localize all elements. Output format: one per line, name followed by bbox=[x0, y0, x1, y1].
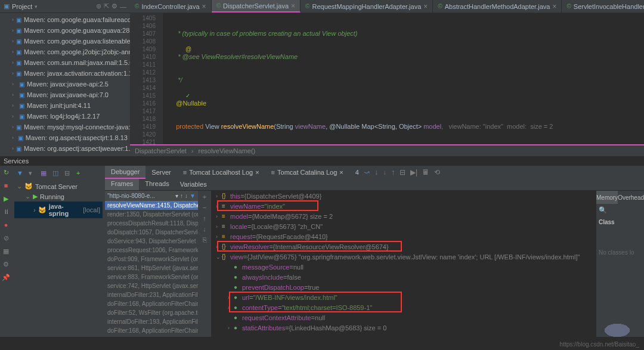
tree-running[interactable]: ⌄ ▶ Running bbox=[14, 191, 103, 202]
tab-overhead[interactable]: Overhead bbox=[618, 191, 644, 204]
stack-frame[interactable]: doService:943, DispatcherServlet (org bbox=[105, 237, 198, 246]
target-icon[interactable]: ⊚ bbox=[96, 2, 101, 10]
tree-item[interactable]: ›▣Maven: log4j:log4j:1.2.17 bbox=[0, 111, 130, 122]
variable-row[interactable]: ● preventDispatchLoop = true bbox=[211, 282, 596, 292]
add-icon[interactable]: + bbox=[76, 169, 85, 178]
editor-tab[interactable]: ©ServletInvocableHandlerMethod.java× bbox=[562, 0, 644, 13]
trace-icon[interactable]: ⟲ bbox=[434, 168, 440, 176]
line-number[interactable]: 1414 bbox=[130, 84, 156, 92]
close-icon[interactable]: × bbox=[339, 169, 343, 176]
breadcrumb[interactable]: DispatcherServlet › resolveViewName() bbox=[130, 145, 644, 156]
up-icon[interactable]: ↑ bbox=[203, 215, 206, 222]
line-number[interactable]: 1417 bbox=[130, 107, 156, 115]
line-number[interactable]: 1420 bbox=[130, 131, 156, 138]
settings-icon[interactable]: ⚙ bbox=[2, 260, 10, 268]
tree-item[interactable]: ›▣Maven: junit:junit:4.11 bbox=[0, 100, 130, 111]
stack-frame[interactable]: processRequest:1006, FrameworkServ bbox=[105, 246, 198, 255]
subtab-threads[interactable]: Threads bbox=[139, 179, 175, 190]
prev-icon[interactable]: ↑ bbox=[180, 193, 183, 199]
remove-watch-icon[interactable]: − bbox=[203, 204, 206, 211]
view-breakpoints-icon[interactable]: ● bbox=[2, 221, 10, 229]
tree-item[interactable]: ›▣Maven: com.google.guava:failureaccess:… bbox=[0, 14, 130, 25]
tree-item[interactable]: ›▣Maven: com.google.guava:listenablefutu… bbox=[0, 36, 130, 47]
stack-frame[interactable]: render:1350, DispatcherServlet (org.s bbox=[105, 210, 198, 219]
stack-frame[interactable]: service:742, HttpServlet (javax.servlet.… bbox=[105, 281, 198, 290]
stack-frame[interactable]: internalDoFilter:231, ApplicationFilterC… bbox=[105, 290, 198, 299]
thread-selector[interactable]: "http-nio-8080-e... ▾ ↑ ↓ ▼ bbox=[105, 191, 198, 201]
filter-icon[interactable]: ▼ bbox=[190, 193, 196, 199]
frames-list[interactable]: resolveViewName:1415, DispatcherSerrende… bbox=[105, 201, 198, 337]
line-number[interactable]: 1410 bbox=[130, 53, 156, 61]
tree-tomcat[interactable]: ⌄ 🐱 Tomcat Server bbox=[14, 181, 103, 191]
breadcrumb-class[interactable]: DispatcherServlet bbox=[135, 147, 187, 154]
tree-item[interactable]: ›▣Maven: mysql:mysql-connector-java:5.1.… bbox=[0, 122, 130, 132]
project-tree[interactable]: ›▣Maven: com.google.guava:failureaccess:… bbox=[0, 13, 130, 156]
variable-row[interactable]: ›≡ model = {ModelMap@5672} size = 2 bbox=[211, 211, 596, 221]
variable-row[interactable]: ›● staticAttributes = {LinkedHashMap@568… bbox=[211, 323, 596, 333]
down-icon[interactable]: ↓ bbox=[203, 225, 206, 233]
breadcrumb-method[interactable]: resolveViewName() bbox=[199, 147, 256, 154]
line-number[interactable]: 1411 bbox=[130, 61, 156, 69]
force-step-icon[interactable]: ↓ bbox=[383, 168, 386, 176]
variable-row[interactable]: ● messageSource = null bbox=[211, 262, 596, 272]
hide-icon[interactable]: — bbox=[120, 3, 126, 10]
stack-frame[interactable]: doFilterInternal:201, CharacterEncoding bbox=[105, 335, 198, 337]
variable-row[interactable]: ⌄{} view = {JstlView@5675} "org.springfr… bbox=[211, 252, 596, 262]
tab-localhost-log[interactable]: ≡ Tomcat Localhost Log × bbox=[177, 166, 265, 179]
collapse-icon[interactable]: ⇱ bbox=[104, 2, 109, 10]
annotation-icon[interactable]: @ bbox=[185, 45, 193, 52]
tree-item[interactable]: ›▣Maven: com.google.j2objc:j2objc-annota… bbox=[0, 47, 130, 57]
stack-frame[interactable]: doFilter:168, ApplicationFilterChain (or bbox=[105, 299, 198, 308]
next-icon[interactable]: ↓ bbox=[185, 193, 188, 199]
variable-row[interactable]: ›● contentType = "text/html;charset=ISO-… bbox=[211, 302, 596, 312]
tab-catalina-log[interactable]: ≡ Tomcat Catalina Log × bbox=[265, 166, 349, 179]
collapse-icon[interactable]: ⊟ bbox=[64, 169, 73, 178]
variable-row[interactable]: ● alwaysInclude = false bbox=[211, 272, 596, 282]
layout-icon[interactable]: ▦ bbox=[2, 247, 10, 255]
variables-panel[interactable]: ›{} this = {DispatcherServlet@4409}›≡ vi… bbox=[211, 191, 596, 337]
line-number[interactable]: 1412 bbox=[130, 69, 156, 76]
close-icon[interactable]: × bbox=[255, 169, 259, 176]
variable-row[interactable]: ›≡ request = {RequestFacade@4410} bbox=[211, 231, 596, 241]
variable-row[interactable]: ›≡ viewName = "index" bbox=[211, 201, 596, 211]
tab-memory[interactable]: Memory bbox=[596, 191, 618, 204]
close-icon[interactable]: × bbox=[202, 2, 206, 11]
tree-item[interactable]: ›▣Maven: javax.activation:activation:1.1 bbox=[0, 68, 130, 79]
tree-item[interactable]: ›▣Maven: com.google.guava:guava:28.0-jre bbox=[0, 25, 130, 36]
add-watch-icon[interactable]: + bbox=[203, 193, 206, 200]
line-number[interactable]: 1406 bbox=[130, 22, 156, 30]
variable-row[interactable]: ›≡ locale = {Locale@5673} "zh_CN" bbox=[211, 221, 596, 231]
tree-item[interactable]: ›▣Maven: javax:javaee-api:7.0 bbox=[0, 89, 130, 100]
editor-tab[interactable]: ©AbstractHandlerMethodAdapter.java× bbox=[433, 0, 562, 13]
grid-icon[interactable]: ▦ bbox=[41, 169, 49, 178]
step-over-icon[interactable]: ⤻ bbox=[364, 168, 370, 176]
tree-item[interactable]: ›▣Maven: javax:javaee-api:2.5 bbox=[0, 79, 130, 89]
subtab-frames[interactable]: Frames bbox=[105, 179, 139, 190]
editor-tab[interactable]: ©DispatcherServlet.java× bbox=[212, 0, 301, 13]
line-number[interactable]: 1405 bbox=[130, 14, 156, 22]
step-out-icon[interactable]: ↑ bbox=[391, 168, 395, 176]
stack-frame[interactable]: resolveViewName:1415, DispatcherSer bbox=[105, 201, 198, 210]
close-icon[interactable]: × bbox=[552, 2, 556, 11]
pause-icon[interactable]: ⏸ bbox=[2, 207, 10, 216]
filter-icon[interactable]: ▼ bbox=[17, 169, 25, 178]
tab-debugger[interactable]: Debugger bbox=[105, 166, 145, 179]
line-number[interactable]: 1421 bbox=[130, 138, 156, 144]
pin-icon[interactable]: 📌 bbox=[2, 273, 10, 281]
code-editor[interactable]: * (typically in case of problems creatin… bbox=[163, 13, 644, 144]
close-icon[interactable]: × bbox=[291, 2, 295, 10]
editor-tab[interactable]: ©IndexController.java× bbox=[130, 0, 212, 13]
evaluate-icon[interactable]: 🖩 bbox=[422, 168, 429, 176]
search-icon[interactable]: 🔍 bbox=[599, 206, 607, 213]
variable-row[interactable]: ● requestContextAttribute = null bbox=[211, 312, 596, 323]
line-number[interactable]: 1408 bbox=[130, 38, 156, 45]
stack-frame[interactable]: service:883, FrameworkServlet (org.sp bbox=[105, 272, 198, 281]
editor-tab[interactable]: ©RequestMappingHandlerAdapter.java× bbox=[301, 0, 433, 13]
dropdown-icon[interactable]: ▾ bbox=[35, 4, 38, 10]
stack-frame[interactable]: doFilter:168, ApplicationFilterChain (or bbox=[105, 326, 198, 335]
stack-frame[interactable]: processDispatchResult:1118, Dispatch bbox=[105, 219, 198, 228]
run-cursor-icon[interactable]: ▶| bbox=[410, 168, 417, 176]
variable-row[interactable]: ›{} viewResolver = {InternalResourceView… bbox=[211, 241, 596, 252]
resume-icon[interactable]: ▶ bbox=[2, 194, 10, 203]
line-number[interactable]: 1413 bbox=[130, 76, 156, 84]
